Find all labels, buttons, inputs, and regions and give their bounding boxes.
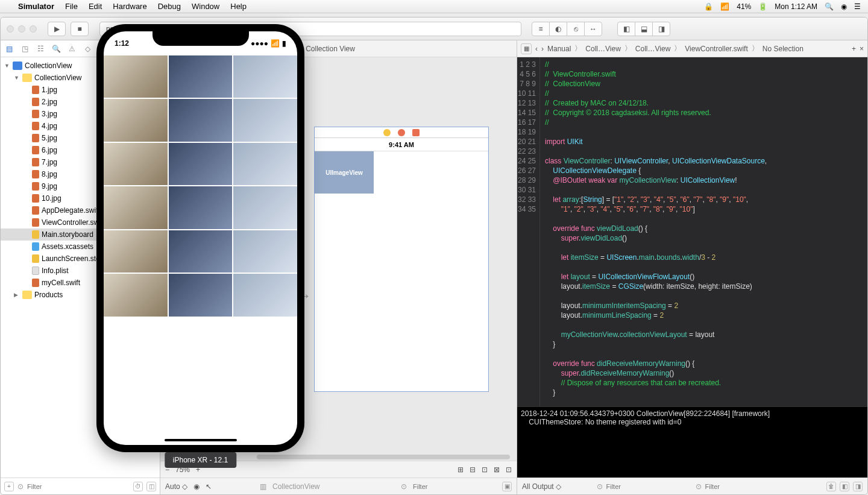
align-icon[interactable]: ⊞ <box>458 465 464 474</box>
sim-cell[interactable] <box>169 143 233 185</box>
code-content[interactable]: // // ViewController.swift // Collection… <box>540 57 859 406</box>
sim-cell[interactable] <box>104 55 168 98</box>
sim-cell[interactable] <box>104 99 168 141</box>
sim-cell[interactable] <box>233 230 297 273</box>
console-line2: CUIThemeStore: No theme registered with … <box>521 418 681 426</box>
menubar-help[interactable]: Help <box>230 2 247 11</box>
sim-cell[interactable] <box>233 274 297 316</box>
scene-icon-1[interactable] <box>383 129 391 136</box>
sim-cell[interactable] <box>169 99 233 141</box>
nav-fwd-icon[interactable]: › <box>541 45 544 53</box>
add-editor-icon[interactable]: + <box>852 45 856 53</box>
trash-icon[interactable]: 🗑 <box>826 482 836 491</box>
dock-filter[interactable] <box>413 483 496 490</box>
sim-cell[interactable] <box>233 99 297 141</box>
sim-cell[interactable] <box>169 55 233 98</box>
symbol-nav-icon[interactable]: ☷ <box>36 44 45 54</box>
jump-file[interactable]: ViewController.swift <box>685 45 747 53</box>
jump-nosel[interactable]: No Selection <box>763 45 804 53</box>
debug-console[interactable]: 2018-12-24 01:09:56.434379+0300 Collecti… <box>517 406 867 478</box>
iphone-frame[interactable]: 1:12 ●●●● 📶 ▮ <box>96 24 304 452</box>
zoom-level[interactable]: 75% <box>175 465 190 474</box>
dock-icon[interactable]: ▥ <box>260 482 266 491</box>
iphone-screen[interactable]: 1:12 ●●●● 📶 ▮ <box>104 31 297 445</box>
home-indicator[interactable] <box>165 439 237 441</box>
minimize-button[interactable] <box>18 25 25 33</box>
sim-cell[interactable] <box>104 230 168 273</box>
stack-icon[interactable]: ⊡ <box>506 465 512 474</box>
scene-icon-2[interactable] <box>398 129 405 136</box>
eye-icon[interactable]: ◉ <box>193 482 200 491</box>
sim-cell[interactable] <box>104 186 168 229</box>
auto-label[interactable]: Auto ◇ <box>165 482 187 491</box>
panel-toggle-right-icon[interactable]: ◨ <box>853 482 863 491</box>
sim-cell[interactable] <box>233 186 297 229</box>
toggle-inspector-button[interactable]: ◨ <box>652 22 670 36</box>
panel-toggle-left-icon[interactable]: ◧ <box>840 482 849 491</box>
add-button[interactable]: + <box>4 482 14 491</box>
standard-editor-button[interactable]: ≡ <box>532 22 550 36</box>
menubar-edit[interactable]: Edit <box>89 2 102 11</box>
zoom-out-button[interactable]: − <box>165 465 169 474</box>
nav-back-icon[interactable]: ‹ <box>535 45 538 53</box>
notification-icon[interactable]: ☰ <box>854 2 861 11</box>
menubar-app[interactable]: Simulator <box>18 2 54 11</box>
stop-button[interactable]: ■ <box>71 22 89 36</box>
close-editor-icon[interactable]: × <box>860 45 864 53</box>
menubar-file[interactable]: File <box>65 2 78 11</box>
navigator-filter[interactable] <box>27 483 130 490</box>
sim-cell[interactable] <box>169 186 233 229</box>
ib-scrollbar[interactable] <box>160 455 517 461</box>
wifi-icon[interactable]: 📶 <box>720 2 729 11</box>
version-editor-button[interactable]: ⎋ <box>567 22 585 36</box>
source-nav-icon[interactable]: ◳ <box>20 44 30 54</box>
menubar-debug[interactable]: Debug <box>158 2 181 11</box>
test-nav-icon[interactable]: ◇ <box>83 44 92 54</box>
menubar-clock[interactable]: Mon 1:12 AM <box>775 2 817 11</box>
zoom-in-button[interactable]: + <box>196 465 200 474</box>
uiimageview-placeholder[interactable]: UIImageView <box>315 151 374 194</box>
toggle-debug-button[interactable]: ⬓ <box>635 22 653 36</box>
jumpbar-assistant[interactable]: ▦ ‹ › Manual〉 Coll…View〉 Coll…View〉 View… <box>517 40 867 57</box>
pointer-icon[interactable]: ↖ <box>206 482 212 491</box>
sim-cell[interactable] <box>104 274 168 316</box>
all-output-label[interactable]: All Output ◇ <box>522 482 561 491</box>
menubar-hardware[interactable]: Hardware <box>113 2 146 11</box>
zoom-button[interactable] <box>30 25 37 33</box>
related-items-icon[interactable]: ▦ <box>521 43 532 54</box>
embed-icon[interactable]: ⊠ <box>494 465 500 474</box>
sim-collectionview[interactable] <box>104 55 297 317</box>
menubar-window[interactable]: Window <box>192 2 219 11</box>
console-filter-right[interactable] <box>705 483 823 490</box>
code-editor[interactable]: 1 2 3 4 5 6 7 8 9 10 11 12 13 14 15 16 1… <box>517 57 867 406</box>
project-nav-icon[interactable]: ▤ <box>4 44 14 54</box>
lock-icon[interactable]: 🔒 <box>704 2 713 11</box>
library-button[interactable]: ▣ <box>502 482 512 491</box>
issue-nav-icon[interactable]: ⚠ <box>67 44 77 54</box>
editor-nav-button[interactable]: ↔ <box>584 22 602 36</box>
sim-cell[interactable] <box>233 55 297 98</box>
scm-icon[interactable]: ◫ <box>146 482 156 491</box>
assistant-editor-button[interactable]: ◐ <box>549 22 567 36</box>
sim-cell[interactable] <box>104 143 168 185</box>
sim-cell[interactable] <box>169 230 233 273</box>
sim-cell[interactable] <box>233 143 297 185</box>
jump-r2[interactable]: Coll…View <box>635 45 670 53</box>
run-button[interactable]: ▶ <box>48 22 66 36</box>
sim-cell[interactable] <box>169 274 233 316</box>
jump-manual[interactable]: Manual <box>547 45 571 53</box>
spotlight-icon[interactable]: 🔍 <box>825 2 834 11</box>
find-nav-icon[interactable]: 🔍 <box>51 44 61 54</box>
ib-device-frame[interactable]: 9:41 AM UIImageView <box>314 127 489 392</box>
jump-r1[interactable]: Coll…View <box>585 45 620 53</box>
scene-icon-3[interactable] <box>412 129 420 136</box>
close-button[interactable] <box>7 25 14 33</box>
toggle-navigator-button[interactable]: ◧ <box>617 22 635 36</box>
console-filter-left[interactable] <box>606 483 690 490</box>
pin-icon[interactable]: ⊟ <box>470 465 476 474</box>
siri-icon[interactable]: ◉ <box>841 2 847 11</box>
recent-icon[interactable]: ⏱ <box>133 482 143 491</box>
code-scrollbar[interactable] <box>859 57 867 406</box>
resolve-icon[interactable]: ⊡ <box>482 465 488 474</box>
line-gutter[interactable]: 1 2 3 4 5 6 7 8 9 10 11 12 13 14 15 16 1… <box>517 57 540 406</box>
